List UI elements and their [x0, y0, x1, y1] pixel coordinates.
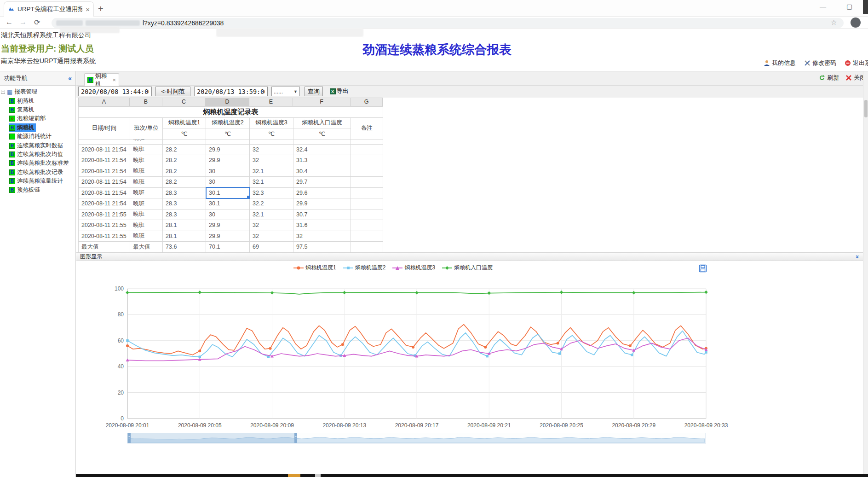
- tree-expander-icon[interactable]: −: [1, 90, 5, 94]
- cell[interactable]: 29.9: [206, 155, 250, 166]
- column-letter-F[interactable]: F: [293, 98, 351, 106]
- sidebar-item-2[interactable]: B复蒸机: [9, 105, 76, 114]
- cell[interactable]: [351, 177, 383, 188]
- cell[interactable]: 晚班: [130, 144, 163, 155]
- cell[interactable]: 28.2: [163, 177, 206, 188]
- cell[interactable]: 最大值: [79, 242, 130, 253]
- cell[interactable]: 晚班: [130, 231, 163, 242]
- query-button[interactable]: 查询: [305, 87, 323, 96]
- legend-item-3[interactable]: 焖粮机入口温度: [442, 264, 493, 272]
- cell[interactable]: 2020-08-11 21:54: [79, 144, 130, 155]
- cell[interactable]: 30.7: [293, 209, 351, 220]
- cell[interactable]: [351, 155, 383, 166]
- cell[interactable]: 晚班: [130, 177, 163, 188]
- cell[interactable]: 32: [250, 155, 293, 166]
- cell[interactable]: 28.1: [163, 220, 206, 231]
- column-letter-A[interactable]: A: [78, 98, 130, 106]
- header-date[interactable]: 日期/时间: [79, 117, 130, 139]
- user-link-1[interactable]: 修改密码: [804, 59, 836, 67]
- cell[interactable]: 30.4: [293, 166, 351, 177]
- column-letter-D[interactable]: D: [206, 98, 249, 106]
- cell[interactable]: 28.2: [163, 144, 206, 155]
- cell[interactable]: 32.3: [250, 187, 293, 198]
- header-shift[interactable]: 班次/单位: [130, 117, 163, 139]
- end-time-input[interactable]: [194, 87, 268, 96]
- back-icon[interactable]: ←: [6, 18, 13, 26]
- header-unit[interactable]: ℃: [206, 128, 250, 140]
- cell[interactable]: 28.1: [163, 231, 206, 242]
- cell[interactable]: 29.6: [293, 187, 351, 198]
- time-range-button[interactable]: <-时间范围->: [155, 87, 190, 96]
- user-link-2[interactable]: 退出系: [845, 59, 868, 67]
- sidebar-item-11[interactable]: B预热板链: [9, 186, 76, 194]
- column-letter-C[interactable]: C: [162, 98, 206, 106]
- tab-close-icon[interactable]: ×: [86, 6, 90, 13]
- cell[interactable]: 32.4: [293, 144, 351, 155]
- cell[interactable]: 晚班: [130, 187, 163, 198]
- cell[interactable]: 30: [206, 139, 250, 144]
- cell[interactable]: 32.1: [250, 166, 293, 177]
- cell[interactable]: 32: [293, 231, 351, 242]
- sidebar-item-6[interactable]: R连续蒸粮实时数据: [9, 141, 76, 150]
- url-field[interactable]: l?xyz=0.8339242686229038: [52, 18, 844, 28]
- bookmark-star-icon[interactable]: ☆: [831, 18, 837, 27]
- sidebar-item-10[interactable]: B连续蒸粮流量统计: [9, 177, 76, 186]
- cell[interactable]: 30: [206, 177, 250, 188]
- sidebar-item-9[interactable]: B连续蒸粮批次记录: [9, 168, 76, 177]
- cell[interactable]: 33.1: [293, 139, 351, 144]
- cell[interactable]: 2020-08-11 21:54: [79, 177, 130, 188]
- cell[interactable]: 32: [250, 139, 293, 144]
- window-close-button[interactable]: [863, 0, 868, 14]
- datazoom-handle-left[interactable]: [128, 433, 131, 443]
- browser-profile-avatar[interactable]: [851, 17, 861, 28]
- cell[interactable]: 30: [206, 209, 250, 220]
- cell[interactable]: 28.2: [163, 166, 206, 177]
- cell[interactable]: 32: [250, 144, 293, 155]
- sidebar-item-3[interactable]: ✕泡粮罐前部: [9, 114, 76, 123]
- header-series-0[interactable]: 焖粮机温度1: [163, 117, 206, 128]
- cell[interactable]: 32.1: [250, 209, 293, 220]
- forward-icon[interactable]: →: [19, 18, 27, 26]
- cell[interactable]: 2020-08-11 21:54: [79, 166, 130, 177]
- cell[interactable]: 28.3: [163, 187, 206, 198]
- cell[interactable]: 29.7: [293, 177, 351, 188]
- cell[interactable]: 2020-08-11 21:54: [79, 155, 130, 166]
- scrollbar-thumb[interactable]: [864, 100, 868, 117]
- legend-item-1[interactable]: 焖粮机温度2: [343, 264, 386, 272]
- sidebar-item-1[interactable]: B初蒸机: [9, 96, 76, 105]
- tab-menliangji[interactable]: B 焖粮机 ×: [84, 73, 119, 86]
- cell[interactable]: 2020-08-11 21:54: [79, 187, 130, 198]
- header-unit[interactable]: ℃: [293, 128, 351, 140]
- cell[interactable]: 晚班: [130, 209, 163, 220]
- cell[interactable]: 晚班: [130, 166, 163, 177]
- header-note[interactable]: 备注: [351, 117, 383, 139]
- cell[interactable]: [351, 231, 383, 242]
- cell[interactable]: [351, 198, 383, 209]
- cell[interactable]: 晚班: [130, 155, 163, 166]
- sidebar-collapse-icon[interactable]: «: [68, 75, 72, 82]
- column-letter-G[interactable]: G: [351, 98, 383, 106]
- new-tab-button[interactable]: +: [98, 4, 103, 14]
- start-time-input[interactable]: [78, 87, 152, 96]
- cell[interactable]: 70.1: [206, 242, 250, 253]
- cell[interactable]: 29.9: [206, 220, 250, 231]
- cell[interactable]: 30: [206, 166, 250, 177]
- cell[interactable]: 28.2: [163, 139, 206, 144]
- cell[interactable]: [351, 144, 383, 155]
- chart-section-bar[interactable]: 图形显示 »: [76, 252, 863, 261]
- cell[interactable]: 29.9: [206, 231, 250, 242]
- vertical-scrollbar[interactable]: [863, 71, 868, 474]
- table-title-cell[interactable]: 焖粮机温度记录表: [79, 107, 383, 118]
- cell[interactable]: 晚班: [130, 220, 163, 231]
- cell[interactable]: 32.2: [250, 198, 293, 209]
- sidebar-item-4[interactable]: B焖粮机: [9, 123, 76, 132]
- chart-save-icon[interactable]: [699, 264, 707, 274]
- datazoom-handle-right[interactable]: [294, 433, 297, 443]
- tab-action-0[interactable]: 刷新: [819, 74, 839, 82]
- cell[interactable]: [351, 187, 383, 198]
- legend-item-2[interactable]: 焖粮机温度3: [392, 264, 435, 272]
- cell[interactable]: 2020-08-11 21:53: [79, 139, 130, 144]
- header-series-2[interactable]: 焖粮机温度3: [250, 117, 293, 128]
- sidebar-item-0[interactable]: −▦报表管理: [0, 87, 76, 96]
- header-unit[interactable]: ℃: [163, 128, 206, 140]
